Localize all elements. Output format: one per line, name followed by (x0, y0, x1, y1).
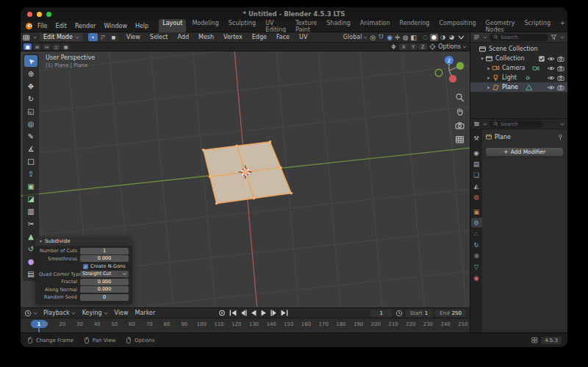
pin-icon[interactable] (557, 134, 564, 140)
viewport-menu-add[interactable]: Add (176, 34, 191, 40)
timeline-menu-marker[interactable]: Marker (135, 310, 156, 316)
overlays-toggle-icon[interactable]: ◍ (403, 34, 409, 41)
number-field[interactable]: 0 (80, 294, 129, 301)
extrude-region-tool[interactable]: ⇧ (24, 168, 37, 179)
blender-logo-icon[interactable] (25, 22, 33, 30)
snap-target-icon[interactable] (429, 43, 436, 50)
viewport-menu-face[interactable]: Face (275, 34, 291, 40)
workspace-tab-geometry-nodes[interactable]: Geometry Nodes (482, 19, 519, 34)
eye-icon[interactable] (548, 74, 555, 82)
expand-caret-icon[interactable]: ▾ (479, 56, 485, 62)
outliner-search-input[interactable]: Search (490, 34, 548, 41)
properties-tab-object-data[interactable]: ▽ (471, 262, 482, 271)
select-op-set[interactable]: ■ (24, 43, 32, 50)
mirror-y-toggle[interactable]: Y (409, 43, 417, 50)
viewport-menu-edge[interactable]: Edge (251, 34, 268, 40)
timeline-menu-playback[interactable]: Playback (43, 310, 76, 316)
outliner-row-collection[interactable]: ▾Collection (470, 54, 567, 63)
menu-window[interactable]: Window (104, 23, 127, 29)
pivot-point-icon[interactable]: ◎ (370, 34, 376, 41)
play-reverse-button[interactable] (249, 309, 258, 317)
add-modifier-button[interactable]: + Add Modifier (485, 147, 564, 157)
start-frame-field[interactable]: Start 1 (406, 310, 433, 317)
orthographic-toggle-icon[interactable] (455, 135, 465, 144)
options-dropdown[interactable]: Options (438, 43, 467, 50)
select-mode-edge[interactable]: ◸ (98, 33, 108, 41)
eye-icon[interactable] (548, 84, 555, 91)
workspace-tab-shading[interactable]: Shading (323, 19, 354, 34)
rotate-tool[interactable]: ↻ (24, 93, 37, 104)
number-field[interactable]: 0.000 (80, 286, 129, 293)
mirror-z-toggle[interactable]: Z (418, 43, 427, 50)
select-box-tool[interactable]: ➤ (24, 55, 37, 67)
properties-tab-material[interactable]: ◉ (471, 273, 482, 282)
mode-dropdown[interactable]: Edit Mode (40, 33, 83, 41)
dropdown-field[interactable]: Straight Cut (80, 271, 129, 277)
editor-type-icon[interactable] (23, 34, 30, 41)
proportional-editing-icon[interactable]: ◉ (387, 34, 392, 41)
shading-wireframe-icon[interactable]: ◌ (421, 34, 429, 41)
eye-icon[interactable] (548, 65, 555, 72)
number-field[interactable]: 1 (80, 248, 129, 254)
viewport-menu-select[interactable]: Select (148, 34, 170, 40)
jump-start-button[interactable] (229, 309, 237, 317)
preview-range-clock-icon[interactable] (395, 310, 403, 317)
workspace-tab-animation[interactable]: Animation (356, 19, 394, 34)
workspace-tab-uv-editing[interactable]: UV Editing (262, 19, 290, 34)
menu-render[interactable]: Render (75, 23, 96, 29)
current-frame-field[interactable]: 1 (370, 310, 392, 317)
scale-tool[interactable]: ◱ (24, 105, 37, 117)
timeline-editor-icon[interactable] (24, 310, 32, 317)
properties-search-input[interactable]: Search (490, 121, 542, 128)
camera-visibility-icon[interactable] (557, 74, 564, 82)
viewport-menu-uv[interactable]: UV (298, 34, 309, 40)
select-op-invert[interactable]: ◫ (52, 43, 60, 50)
loop-cut-tool[interactable]: ▥ (24, 205, 37, 217)
workspace-tab-rendering[interactable]: Rendering (396, 19, 434, 34)
select-mode-face[interactable]: ◼ (109, 33, 118, 41)
expand-caret-icon[interactable]: ▸ (486, 65, 492, 71)
menu-file[interactable]: File (37, 23, 47, 29)
properties-tab-particles[interactable]: ∴ (471, 229, 482, 238)
viewport-menu-mesh[interactable]: Mesh (197, 34, 215, 40)
menu-help[interactable]: Help (135, 23, 148, 29)
annotate-tool[interactable]: ✎ (24, 130, 37, 142)
auto-keying-icon[interactable] (218, 309, 226, 317)
camera-view-icon[interactable] (455, 121, 465, 130)
gizmo-toggle-icon[interactable]: ✛ (395, 34, 401, 41)
select-op-intersect[interactable]: ▦ (62, 43, 70, 50)
shading-material-preview-icon[interactable]: ◑ (439, 34, 447, 41)
expand-caret-icon[interactable]: ▸ (486, 85, 492, 90)
inset-faces-tool[interactable]: ▣ (24, 180, 37, 192)
outliner-editor-icon[interactable] (473, 34, 480, 40)
add-workspace-button[interactable]: + (556, 19, 567, 34)
outliner-row-light[interactable]: ▸Light (470, 73, 567, 82)
transform-tool[interactable]: ◎ (24, 118, 37, 129)
timeline-menu-keying[interactable]: Keying (82, 310, 108, 316)
knife-tool[interactable]: ✂ (24, 218, 37, 229)
orientation-dropdown[interactable]: Global (343, 34, 368, 40)
breadcrumb-object-name[interactable]: Plane (495, 134, 511, 140)
move-tool[interactable]: ✥ (24, 80, 37, 92)
workspace-tab-modeling[interactable]: Modeling (188, 19, 222, 34)
pan-hand-icon[interactable] (455, 107, 465, 116)
eye-icon[interactable] (548, 55, 555, 63)
camera-visibility-icon[interactable] (557, 65, 564, 72)
properties-tab-tool[interactable]: ⚒ (471, 133, 482, 143)
xray-toggle-icon[interactable]: ◧ (410, 34, 417, 41)
properties-tab-modifiers[interactable]: ⚙ (471, 218, 482, 227)
end-frame-field[interactable]: End 250 (435, 310, 466, 317)
properties-tab-render[interactable]: ◉ (471, 148, 482, 157)
jump-end-button[interactable] (280, 309, 289, 317)
filter-funnel-icon[interactable] (551, 34, 557, 40)
next-keyframe-button[interactable] (270, 309, 279, 317)
properties-tab-physics[interactable]: ↻ (471, 240, 482, 249)
cursor-tool[interactable]: ⊕ (24, 68, 37, 79)
add-cube-tool[interactable]: □ (24, 155, 37, 167)
shading-rendered-icon[interactable]: ◕ (448, 34, 456, 41)
play-button[interactable] (259, 309, 268, 317)
operator-panel-header[interactable]: ▾ Subdivide (35, 237, 132, 246)
camera-visibility-icon[interactable] (557, 55, 564, 63)
workspace-tab-layout[interactable]: Layout (159, 19, 186, 34)
extensions-icon[interactable] (531, 337, 538, 343)
